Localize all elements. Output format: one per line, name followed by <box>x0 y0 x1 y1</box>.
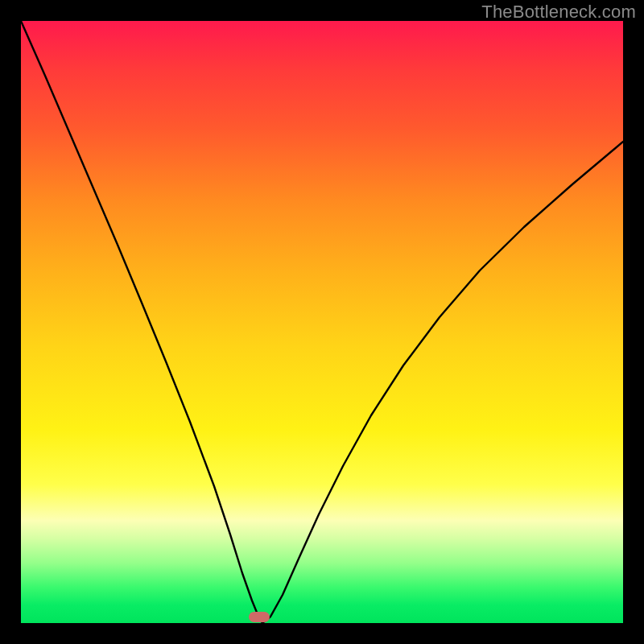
chart-frame: TheBottleneck.com <box>0 0 644 644</box>
bottleneck-curve <box>21 21 623 623</box>
watermark-text: TheBottleneck.com <box>481 2 636 23</box>
optimal-marker <box>249 612 270 622</box>
